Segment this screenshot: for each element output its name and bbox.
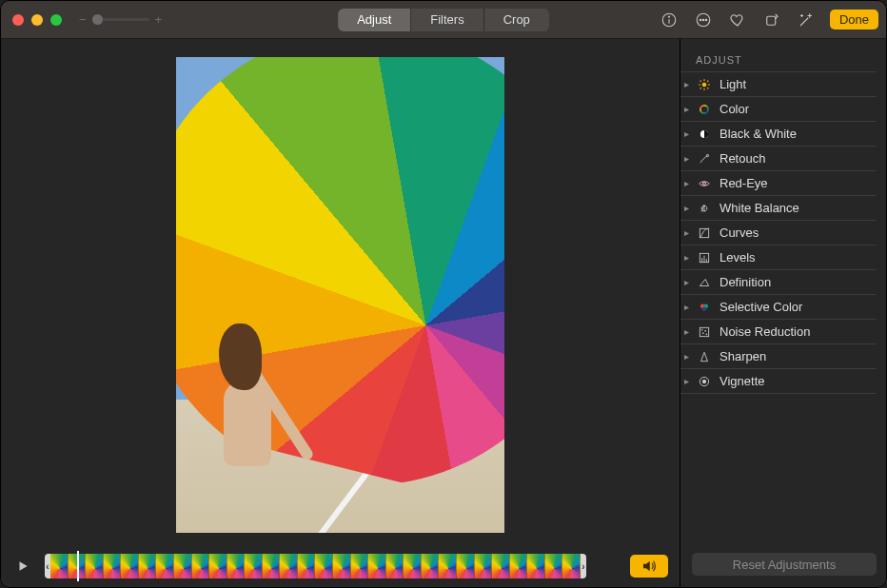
svg-point-32 bbox=[702, 332, 703, 333]
disclosure-icon: ▸ bbox=[684, 178, 689, 188]
adjustment-row-bw[interactable]: ▸Black & White bbox=[680, 122, 877, 147]
edit-mode-tabs: Adjust Filters Crop bbox=[338, 9, 549, 31]
svg-point-5 bbox=[702, 19, 704, 21]
disclosure-icon: ▸ bbox=[684, 203, 689, 213]
disclosure-icon: ▸ bbox=[684, 277, 689, 287]
svg-point-2 bbox=[668, 16, 669, 17]
playhead[interactable] bbox=[77, 551, 79, 581]
adjustment-label: Levels bbox=[719, 250, 756, 265]
svg-point-4 bbox=[700, 19, 701, 21]
trim-handle-end[interactable]: › bbox=[581, 554, 586, 578]
favorite-button[interactable] bbox=[727, 10, 748, 30]
play-button[interactable] bbox=[12, 556, 33, 577]
main-area: ‹ › bbox=[1, 39, 886, 587]
disclosure-icon: ▸ bbox=[684, 326, 689, 337]
info-button[interactable] bbox=[659, 10, 680, 30]
zoom-out-icon: − bbox=[79, 12, 87, 27]
adjustment-row-redeye[interactable]: ▸Red-Eye bbox=[680, 171, 877, 196]
adjustment-label: Red-Eye bbox=[719, 176, 768, 190]
svg-point-8 bbox=[702, 82, 707, 87]
curves-icon bbox=[697, 225, 712, 241]
svg-line-13 bbox=[700, 80, 701, 81]
adjustment-label: White Balance bbox=[719, 201, 799, 215]
tab-filters[interactable]: Filters bbox=[411, 9, 483, 31]
adjustment-label: Retouch bbox=[719, 151, 765, 166]
photos-edit-window: − + Adjust Filters Crop bbox=[0, 0, 887, 588]
adjustment-row-light[interactable]: ▸Light bbox=[680, 72, 877, 97]
sharpen-icon bbox=[697, 349, 712, 364]
adjustment-row-vignette[interactable]: ▸Vignette bbox=[680, 369, 877, 394]
adjustment-row-wb[interactable]: ▸White Balance bbox=[680, 196, 877, 221]
svg-point-35 bbox=[702, 380, 706, 383]
retouch-icon bbox=[697, 151, 712, 167]
redeye-icon bbox=[697, 176, 712, 191]
canvas-viewport[interactable] bbox=[1, 39, 680, 551]
adjustment-label: Curves bbox=[719, 225, 759, 240]
svg-rect-7 bbox=[767, 16, 776, 25]
zoom-thumb[interactable] bbox=[92, 14, 103, 25]
selcolor-icon bbox=[697, 300, 712, 315]
window-controls bbox=[12, 14, 62, 26]
disclosure-icon: ▸ bbox=[684, 376, 689, 386]
adjustment-row-noise[interactable]: ▸Noise Reduction bbox=[680, 320, 877, 344]
close-window-button[interactable] bbox=[12, 14, 24, 26]
disclosure-icon: ▸ bbox=[684, 227, 689, 238]
disclosure-icon: ▸ bbox=[684, 153, 689, 164]
adjustment-label: Light bbox=[719, 77, 746, 91]
disclosure-icon: ▸ bbox=[684, 302, 689, 312]
adjustment-row-curves[interactable]: ▸Curves bbox=[680, 221, 877, 245]
zoom-track[interactable] bbox=[92, 18, 149, 21]
color-icon bbox=[697, 102, 712, 117]
photo-preview bbox=[176, 57, 504, 533]
levels-icon bbox=[697, 250, 712, 265]
titlebar: − + Adjust Filters Crop bbox=[1, 1, 886, 39]
adjustment-label: Selective Color bbox=[719, 300, 802, 314]
adjustment-row-definition[interactable]: ▸Definition bbox=[680, 270, 877, 295]
zoom-in-icon: + bbox=[155, 12, 163, 27]
done-button[interactable]: Done bbox=[830, 10, 878, 29]
adjustment-label: Sharpen bbox=[719, 349, 766, 363]
disclosure-icon: ▸ bbox=[684, 104, 689, 114]
svg-point-33 bbox=[706, 333, 707, 334]
disclosure-icon: ▸ bbox=[684, 351, 689, 362]
zoom-window-button[interactable] bbox=[50, 14, 62, 26]
rotate-button[interactable] bbox=[761, 10, 782, 30]
tab-crop[interactable]: Crop bbox=[484, 9, 549, 31]
adjustment-label: Vignette bbox=[719, 374, 764, 388]
zoom-slider[interactable]: − + bbox=[79, 12, 162, 27]
svg-rect-29 bbox=[700, 327, 708, 336]
filmstrip-frames bbox=[50, 554, 581, 578]
sidebar-title: ADJUST bbox=[680, 49, 877, 72]
auto-enhance-button[interactable] bbox=[796, 10, 817, 30]
disclosure-icon: ▸ bbox=[684, 128, 689, 139]
svg-line-16 bbox=[707, 80, 708, 81]
svg-line-15 bbox=[700, 88, 701, 88]
volume-button[interactable] bbox=[630, 555, 668, 578]
adjustment-label: Color bbox=[719, 102, 749, 116]
canvas-panel: ‹ › bbox=[1, 39, 680, 587]
svg-point-31 bbox=[705, 330, 706, 331]
disclosure-icon: ▸ bbox=[684, 252, 689, 263]
adjustment-row-selcolor[interactable]: ▸Selective Color bbox=[680, 295, 877, 320]
adjustment-row-retouch[interactable]: ▸Retouch bbox=[680, 147, 877, 171]
svg-point-28 bbox=[702, 306, 707, 311]
adjustment-row-sharpen[interactable]: ▸Sharpen bbox=[680, 344, 877, 369]
adjustment-label: Noise Reduction bbox=[719, 324, 810, 339]
adjustment-row-color[interactable]: ▸Color bbox=[680, 97, 877, 122]
wb-icon bbox=[697, 201, 712, 216]
noise-icon bbox=[697, 324, 712, 340]
filmstrip[interactable]: ‹ › bbox=[39, 554, 592, 578]
more-button[interactable] bbox=[693, 10, 714, 30]
disclosure-icon: ▸ bbox=[684, 79, 689, 89]
minimize-window-button[interactable] bbox=[31, 14, 43, 26]
toolbar-right: Done bbox=[659, 10, 878, 30]
svg-line-14 bbox=[707, 88, 708, 88]
reset-adjustments-button[interactable]: Reset Adjustments bbox=[692, 553, 877, 576]
definition-icon bbox=[697, 275, 712, 290]
tab-adjust[interactable]: Adjust bbox=[338, 9, 411, 31]
svg-point-17 bbox=[700, 105, 708, 112]
adjustment-row-levels[interactable]: ▸Levels bbox=[680, 245, 877, 270]
svg-point-30 bbox=[701, 329, 702, 330]
svg-point-20 bbox=[702, 182, 706, 186]
trim-handle-start[interactable]: ‹ bbox=[45, 554, 50, 578]
